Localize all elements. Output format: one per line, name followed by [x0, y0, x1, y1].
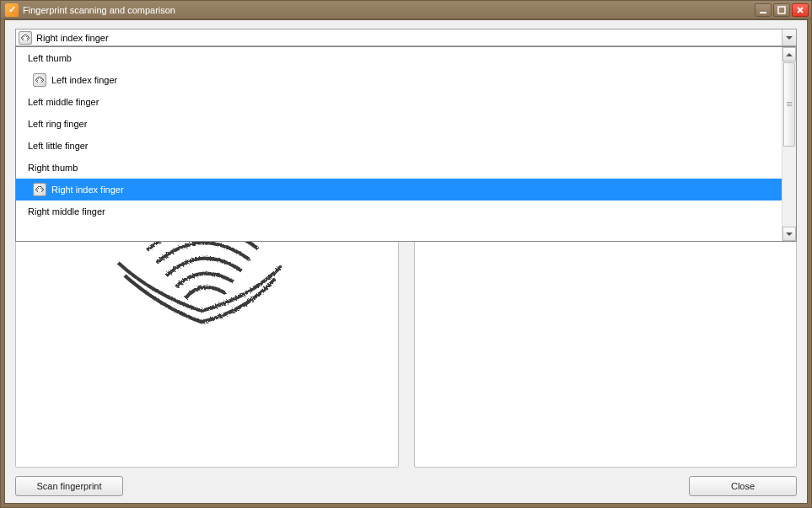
fingerprint-icon — [33, 183, 46, 196]
dropdown-item-label: Right middle finger — [28, 206, 105, 217]
client-area: Right index finger — [4, 19, 808, 504]
main-window: Fingerprint scanning and comparison Righ… — [0, 0, 812, 508]
maximize-button[interactable] — [773, 3, 790, 17]
window-controls — [755, 3, 809, 17]
dropdown-item[interactable]: Left little finger — [16, 135, 782, 157]
close-window-button[interactable] — [792, 3, 809, 17]
window-title: Fingerprint scanning and comparison — [23, 5, 175, 15]
dropdown-item[interactable]: Right index finger — [16, 179, 782, 201]
dropdown-item-label: Right index finger — [51, 184, 124, 195]
app-icon — [5, 3, 19, 17]
content-inner: Right index finger — [15, 29, 797, 468]
fingerprint-icon — [19, 31, 32, 45]
close-icon — [796, 6, 804, 14]
dropdown-item-label: Left middle finger — [28, 97, 99, 107]
chevron-down-icon — [786, 36, 793, 40]
button-row: Scan fingerprint Close — [15, 476, 797, 496]
finger-select-dropdown: Left thumbLeft index fingerLeft middle f… — [15, 46, 797, 242]
chevron-down-icon — [786, 233, 793, 236]
finger-select-combo[interactable]: Right index finger — [15, 29, 797, 46]
dropdown-list: Left thumbLeft index fingerLeft middle f… — [16, 47, 782, 241]
combo-selected-label: Right index finger — [36, 33, 109, 43]
svg-rect-0 — [760, 12, 766, 13]
dropdown-item[interactable]: Left thumb — [16, 47, 782, 69]
fingerprint-icon — [33, 73, 46, 87]
maximize-icon — [777, 6, 786, 14]
scroll-down-button[interactable] — [782, 227, 796, 241]
dropdown-item-label: Left index finger — [51, 75, 117, 85]
minimize-button[interactable] — [755, 3, 772, 17]
chevron-up-icon — [786, 53, 793, 56]
scroll-up-button[interactable] — [782, 47, 796, 61]
dropdown-item-label: Left little finger — [28, 141, 89, 151]
titlebar-left: Fingerprint scanning and comparison — [3, 3, 175, 17]
dropdown-item-label: Left thumb — [28, 53, 72, 63]
scroll-thumb[interactable] — [783, 62, 795, 147]
minimize-icon — [759, 6, 767, 14]
titlebar: Fingerprint scanning and comparison — [1, 1, 811, 19]
dropdown-item[interactable]: Left ring finger — [16, 113, 782, 135]
dropdown-item[interactable]: Right thumb — [16, 157, 782, 179]
svg-rect-1 — [778, 7, 785, 13]
close-button[interactable]: Close — [689, 476, 797, 496]
dropdown-item-label: Right thumb — [28, 163, 78, 173]
dropdown-item-label: Left ring finger — [28, 119, 87, 129]
scan-fingerprint-button[interactable]: Scan fingerprint — [15, 476, 123, 496]
dropdown-item[interactable]: Left middle finger — [16, 91, 782, 113]
dropdown-item[interactable]: Left index finger — [16, 69, 782, 91]
dropdown-scrollbar[interactable] — [782, 47, 796, 241]
combo-dropdown-arrow[interactable] — [782, 29, 796, 45]
dropdown-item[interactable]: Right middle finger — [16, 201, 782, 222]
